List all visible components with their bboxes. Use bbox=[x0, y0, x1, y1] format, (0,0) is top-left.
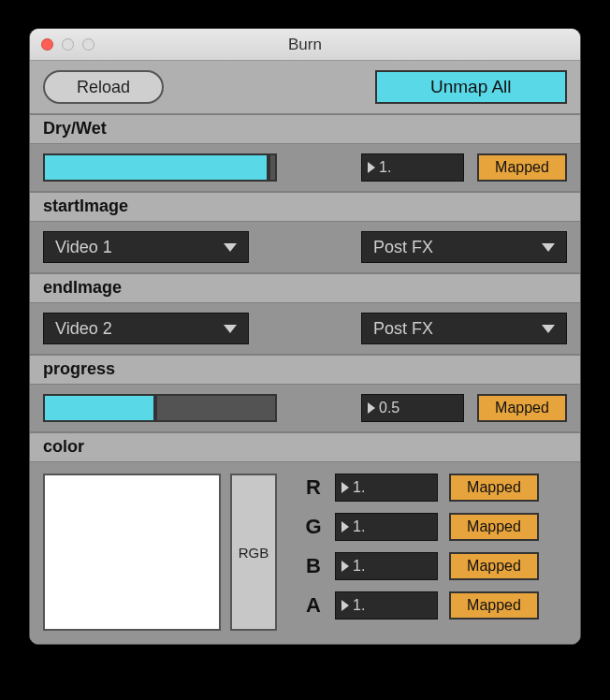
play-icon bbox=[341, 482, 349, 493]
unmap-all-button[interactable]: Unmap All bbox=[375, 70, 567, 104]
b-mapped-button[interactable]: Mapped bbox=[449, 552, 539, 580]
b-value: 1. bbox=[353, 558, 365, 575]
progress-value: 0.5 bbox=[379, 400, 399, 416]
app-window: Burn Reload Unmap All Dry/Wet 1. Mapped … bbox=[29, 28, 581, 645]
play-icon bbox=[341, 521, 349, 532]
r-number-input[interactable]: 1. bbox=[335, 474, 438, 502]
param-label-endimage: endImage bbox=[30, 272, 580, 303]
drywet-slider-handle[interactable] bbox=[267, 155, 270, 180]
chevron-down-icon bbox=[542, 243, 555, 252]
drywet-mapped-button[interactable]: Mapped bbox=[477, 153, 567, 182]
g-number-input[interactable]: 1. bbox=[335, 513, 438, 541]
param-row-startimage: Video 1 Post FX bbox=[30, 222, 580, 272]
chevron-down-icon bbox=[224, 325, 237, 333]
color-channels: R 1. Mapped G 1. Mapped B 1. bbox=[303, 474, 539, 620]
startimage-stage-select[interactable]: Post FX bbox=[361, 231, 567, 263]
channel-label: R bbox=[303, 475, 324, 500]
endimage-source-value: Video 2 bbox=[55, 319, 112, 339]
drywet-number-input[interactable]: 1. bbox=[361, 153, 464, 182]
play-icon bbox=[341, 600, 349, 611]
a-value: 1. bbox=[353, 597, 365, 614]
param-row-progress: 0.5 Mapped bbox=[30, 385, 580, 431]
param-row-color: RGB R 1. Mapped G 1. Mapped B bbox=[30, 462, 580, 644]
param-label-progress: progress bbox=[30, 354, 580, 385]
progress-slider-fill bbox=[45, 396, 155, 420]
play-icon bbox=[341, 561, 349, 572]
param-label-color: color bbox=[30, 431, 580, 462]
startimage-source-select[interactable]: Video 1 bbox=[43, 231, 249, 263]
titlebar: Burn bbox=[30, 29, 580, 61]
drywet-slider[interactable] bbox=[43, 153, 277, 182]
close-icon[interactable] bbox=[41, 38, 53, 51]
param-row-endimage: Video 2 Post FX bbox=[30, 303, 580, 354]
progress-mapped-button[interactable]: Mapped bbox=[477, 394, 567, 422]
window-controls bbox=[30, 38, 94, 51]
channel-label: B bbox=[303, 554, 324, 578]
param-label-startimage: startImage bbox=[30, 191, 580, 222]
param-label-drywet: Dry/Wet bbox=[30, 113, 580, 144]
toolbar: Reload Unmap All bbox=[30, 61, 580, 113]
drywet-value: 1. bbox=[379, 159, 391, 176]
g-value: 1. bbox=[353, 518, 365, 535]
g-mapped-button[interactable]: Mapped bbox=[449, 513, 539, 541]
b-number-input[interactable]: 1. bbox=[335, 552, 438, 580]
endimage-stage-select[interactable]: Post FX bbox=[361, 313, 567, 344]
endimage-stage-value: Post FX bbox=[373, 319, 433, 339]
channel-label: G bbox=[303, 515, 324, 539]
color-channel-r: R 1. Mapped bbox=[303, 474, 539, 502]
minimize-icon[interactable] bbox=[62, 38, 74, 51]
color-channel-a: A 1. Mapped bbox=[303, 591, 539, 620]
chevron-down-icon bbox=[224, 243, 237, 252]
color-swatch[interactable] bbox=[43, 474, 221, 631]
window-title: Burn bbox=[30, 36, 580, 54]
endimage-source-select[interactable]: Video 2 bbox=[43, 313, 249, 344]
param-row-drywet: 1. Mapped bbox=[30, 144, 580, 191]
play-icon bbox=[368, 162, 375, 173]
r-value: 1. bbox=[353, 479, 365, 496]
channel-label: A bbox=[303, 593, 324, 618]
reload-button[interactable]: Reload bbox=[43, 70, 164, 104]
a-mapped-button[interactable]: Mapped bbox=[449, 591, 539, 620]
color-mode-chip[interactable]: RGB bbox=[230, 474, 277, 631]
startimage-stage-value: Post FX bbox=[373, 238, 433, 257]
zoom-icon[interactable] bbox=[82, 38, 94, 51]
progress-slider[interactable] bbox=[43, 394, 277, 422]
chevron-down-icon bbox=[542, 325, 555, 333]
progress-number-input[interactable]: 0.5 bbox=[361, 394, 464, 422]
color-channel-b: B 1. Mapped bbox=[303, 552, 539, 580]
progress-slider-handle[interactable] bbox=[153, 396, 157, 420]
startimage-source-value: Video 1 bbox=[55, 238, 112, 257]
play-icon bbox=[368, 402, 375, 414]
r-mapped-button[interactable]: Mapped bbox=[449, 474, 539, 502]
a-number-input[interactable]: 1. bbox=[335, 591, 438, 620]
drywet-slider-fill bbox=[45, 155, 269, 180]
color-channel-g: G 1. Mapped bbox=[303, 513, 539, 541]
